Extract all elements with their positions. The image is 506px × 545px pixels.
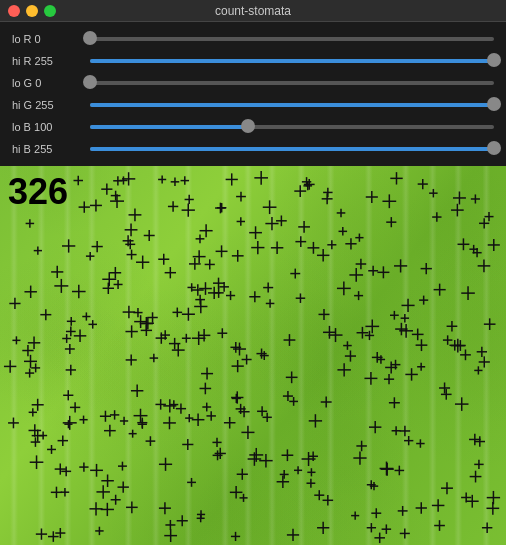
slider-track-wrap-2[interactable]	[90, 81, 494, 85]
title-bar: count-stomata	[0, 0, 506, 22]
slider-row-5: hi B 255	[12, 138, 494, 160]
slider-row-0: lo R 0	[12, 28, 494, 50]
image-area: 326	[0, 166, 506, 545]
slider-thumb-5[interactable]	[487, 141, 501, 155]
slider-fill-5	[90, 147, 494, 151]
slider-label-0: lo R 0	[12, 33, 82, 45]
slider-track-wrap-0[interactable]	[90, 37, 494, 41]
slider-fill-4	[90, 125, 248, 129]
slider-track-wrap-5[interactable]	[90, 147, 494, 151]
slider-label-2: lo G 0	[12, 77, 82, 89]
slider-row-4: lo B 100	[12, 116, 494, 138]
slider-track-5	[90, 147, 494, 151]
slider-thumb-4[interactable]	[241, 119, 255, 133]
slider-track-wrap-1[interactable]	[90, 59, 494, 63]
slider-fill-1	[90, 59, 494, 63]
slider-thumb-1[interactable]	[487, 53, 501, 67]
slider-track-4	[90, 125, 494, 129]
slider-fill-3	[90, 103, 494, 107]
slider-track-1	[90, 59, 494, 63]
slider-label-4: lo B 100	[12, 121, 82, 133]
slider-track-wrap-3[interactable]	[90, 103, 494, 107]
controls-panel: lo R 0hi R 255lo G 0hi G 255lo B 100hi B…	[0, 22, 506, 166]
leaf-canvas	[0, 166, 506, 545]
slider-row-2: lo G 0	[12, 72, 494, 94]
traffic-lights	[8, 5, 56, 17]
stomata-count: 326	[8, 174, 68, 210]
slider-row-3: hi G 255	[12, 94, 494, 116]
minimize-button[interactable]	[26, 5, 38, 17]
slider-track-0	[90, 37, 494, 41]
slider-label-5: hi B 255	[12, 143, 82, 155]
slider-thumb-2[interactable]	[83, 75, 97, 89]
slider-thumb-3[interactable]	[487, 97, 501, 111]
slider-track-wrap-4[interactable]	[90, 125, 494, 129]
slider-label-3: hi G 255	[12, 99, 82, 111]
slider-label-1: hi R 255	[12, 55, 82, 67]
slider-row-1: hi R 255	[12, 50, 494, 72]
close-button[interactable]	[8, 5, 20, 17]
slider-track-2	[90, 81, 494, 85]
slider-thumb-0[interactable]	[83, 31, 97, 45]
window-title: count-stomata	[215, 4, 291, 18]
slider-track-3	[90, 103, 494, 107]
maximize-button[interactable]	[44, 5, 56, 17]
